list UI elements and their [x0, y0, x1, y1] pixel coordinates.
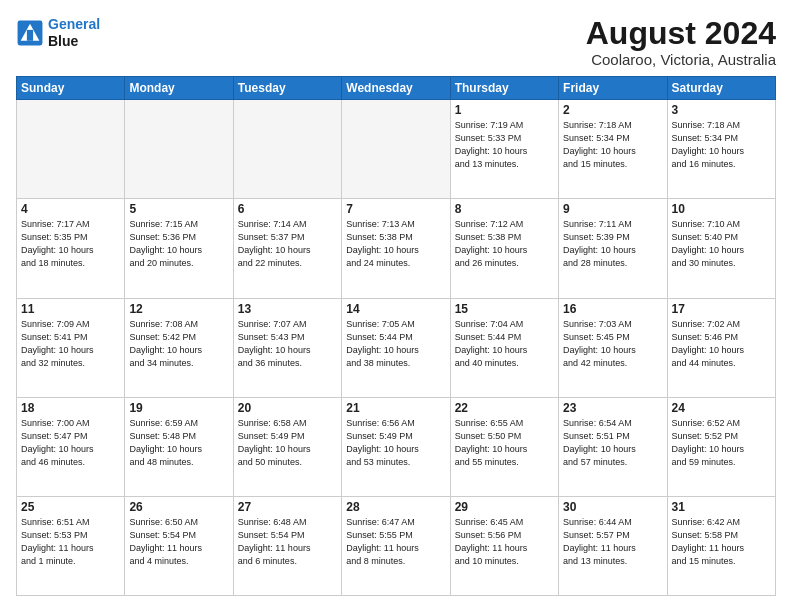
week-row-5: 25Sunrise: 6:51 AM Sunset: 5:53 PM Dayli…: [17, 496, 776, 595]
calendar-cell-w2d1: 5Sunrise: 7:15 AM Sunset: 5:36 PM Daylig…: [125, 199, 233, 298]
day-info: Sunrise: 7:09 AM Sunset: 5:41 PM Dayligh…: [21, 318, 120, 370]
day-number: 24: [672, 401, 771, 415]
calendar-cell-w3d6: 17Sunrise: 7:02 AM Sunset: 5:46 PM Dayli…: [667, 298, 775, 397]
day-info: Sunrise: 6:50 AM Sunset: 5:54 PM Dayligh…: [129, 516, 228, 568]
page: General Blue August 2024 Coolaroo, Victo…: [0, 0, 792, 612]
day-info: Sunrise: 7:18 AM Sunset: 5:34 PM Dayligh…: [672, 119, 771, 171]
day-number: 14: [346, 302, 445, 316]
svg-rect-2: [27, 30, 33, 41]
calendar-cell-w4d2: 20Sunrise: 6:58 AM Sunset: 5:49 PM Dayli…: [233, 397, 341, 496]
header-thursday: Thursday: [450, 77, 558, 100]
day-info: Sunrise: 7:13 AM Sunset: 5:38 PM Dayligh…: [346, 218, 445, 270]
day-info: Sunrise: 6:55 AM Sunset: 5:50 PM Dayligh…: [455, 417, 554, 469]
calendar-cell-w5d4: 29Sunrise: 6:45 AM Sunset: 5:56 PM Dayli…: [450, 496, 558, 595]
calendar-cell-w1d3: [342, 100, 450, 199]
day-info: Sunrise: 6:45 AM Sunset: 5:56 PM Dayligh…: [455, 516, 554, 568]
day-number: 2: [563, 103, 662, 117]
day-info: Sunrise: 6:48 AM Sunset: 5:54 PM Dayligh…: [238, 516, 337, 568]
day-info: Sunrise: 7:14 AM Sunset: 5:37 PM Dayligh…: [238, 218, 337, 270]
day-info: Sunrise: 6:42 AM Sunset: 5:58 PM Dayligh…: [672, 516, 771, 568]
day-info: Sunrise: 6:56 AM Sunset: 5:49 PM Dayligh…: [346, 417, 445, 469]
header-friday: Friday: [559, 77, 667, 100]
day-info: Sunrise: 7:19 AM Sunset: 5:33 PM Dayligh…: [455, 119, 554, 171]
day-info: Sunrise: 6:59 AM Sunset: 5:48 PM Dayligh…: [129, 417, 228, 469]
day-number: 26: [129, 500, 228, 514]
day-info: Sunrise: 7:02 AM Sunset: 5:46 PM Dayligh…: [672, 318, 771, 370]
calendar-cell-w2d5: 9Sunrise: 7:11 AM Sunset: 5:39 PM Daylig…: [559, 199, 667, 298]
calendar-table: Sunday Monday Tuesday Wednesday Thursday…: [16, 76, 776, 596]
day-number: 17: [672, 302, 771, 316]
day-info: Sunrise: 7:03 AM Sunset: 5:45 PM Dayligh…: [563, 318, 662, 370]
day-number: 29: [455, 500, 554, 514]
day-info: Sunrise: 6:54 AM Sunset: 5:51 PM Dayligh…: [563, 417, 662, 469]
day-info: Sunrise: 7:15 AM Sunset: 5:36 PM Dayligh…: [129, 218, 228, 270]
day-number: 5: [129, 202, 228, 216]
calendar-cell-w1d6: 3Sunrise: 7:18 AM Sunset: 5:34 PM Daylig…: [667, 100, 775, 199]
calendar-cell-w5d2: 27Sunrise: 6:48 AM Sunset: 5:54 PM Dayli…: [233, 496, 341, 595]
header: General Blue August 2024 Coolaroo, Victo…: [16, 16, 776, 68]
day-number: 31: [672, 500, 771, 514]
calendar-cell-w3d4: 15Sunrise: 7:04 AM Sunset: 5:44 PM Dayli…: [450, 298, 558, 397]
day-info: Sunrise: 6:58 AM Sunset: 5:49 PM Dayligh…: [238, 417, 337, 469]
header-wednesday: Wednesday: [342, 77, 450, 100]
logo-general: General: [48, 16, 100, 32]
calendar-cell-w4d5: 23Sunrise: 6:54 AM Sunset: 5:51 PM Dayli…: [559, 397, 667, 496]
calendar-cell-w4d0: 18Sunrise: 7:00 AM Sunset: 5:47 PM Dayli…: [17, 397, 125, 496]
header-tuesday: Tuesday: [233, 77, 341, 100]
calendar-cell-w2d6: 10Sunrise: 7:10 AM Sunset: 5:40 PM Dayli…: [667, 199, 775, 298]
main-title: August 2024: [586, 16, 776, 51]
day-number: 30: [563, 500, 662, 514]
calendar-cell-w3d5: 16Sunrise: 7:03 AM Sunset: 5:45 PM Dayli…: [559, 298, 667, 397]
calendar-cell-w2d3: 7Sunrise: 7:13 AM Sunset: 5:38 PM Daylig…: [342, 199, 450, 298]
calendar-cell-w3d1: 12Sunrise: 7:08 AM Sunset: 5:42 PM Dayli…: [125, 298, 233, 397]
logo: General Blue: [16, 16, 100, 50]
calendar-cell-w4d4: 22Sunrise: 6:55 AM Sunset: 5:50 PM Dayli…: [450, 397, 558, 496]
header-saturday: Saturday: [667, 77, 775, 100]
subtitle: Coolaroo, Victoria, Australia: [586, 51, 776, 68]
week-row-2: 4Sunrise: 7:17 AM Sunset: 5:35 PM Daylig…: [17, 199, 776, 298]
calendar-cell-w5d6: 31Sunrise: 6:42 AM Sunset: 5:58 PM Dayli…: [667, 496, 775, 595]
day-number: 4: [21, 202, 120, 216]
calendar-cell-w1d2: [233, 100, 341, 199]
day-number: 7: [346, 202, 445, 216]
day-info: Sunrise: 6:47 AM Sunset: 5:55 PM Dayligh…: [346, 516, 445, 568]
calendar-cell-w1d0: [17, 100, 125, 199]
day-number: 27: [238, 500, 337, 514]
logo-blue: Blue: [48, 33, 100, 50]
day-number: 9: [563, 202, 662, 216]
day-info: Sunrise: 7:18 AM Sunset: 5:34 PM Dayligh…: [563, 119, 662, 171]
calendar-cell-w5d0: 25Sunrise: 6:51 AM Sunset: 5:53 PM Dayli…: [17, 496, 125, 595]
title-block: August 2024 Coolaroo, Victoria, Australi…: [586, 16, 776, 68]
week-row-4: 18Sunrise: 7:00 AM Sunset: 5:47 PM Dayli…: [17, 397, 776, 496]
calendar-cell-w2d4: 8Sunrise: 7:12 AM Sunset: 5:38 PM Daylig…: [450, 199, 558, 298]
day-info: Sunrise: 7:11 AM Sunset: 5:39 PM Dayligh…: [563, 218, 662, 270]
day-number: 8: [455, 202, 554, 216]
day-info: Sunrise: 6:52 AM Sunset: 5:52 PM Dayligh…: [672, 417, 771, 469]
calendar-cell-w4d1: 19Sunrise: 6:59 AM Sunset: 5:48 PM Dayli…: [125, 397, 233, 496]
calendar-cell-w1d1: [125, 100, 233, 199]
day-number: 20: [238, 401, 337, 415]
day-number: 10: [672, 202, 771, 216]
logo-icon: [16, 19, 44, 47]
weekday-header-row: Sunday Monday Tuesday Wednesday Thursday…: [17, 77, 776, 100]
day-number: 11: [21, 302, 120, 316]
day-number: 21: [346, 401, 445, 415]
day-info: Sunrise: 7:08 AM Sunset: 5:42 PM Dayligh…: [129, 318, 228, 370]
calendar-cell-w1d5: 2Sunrise: 7:18 AM Sunset: 5:34 PM Daylig…: [559, 100, 667, 199]
calendar-cell-w5d3: 28Sunrise: 6:47 AM Sunset: 5:55 PM Dayli…: [342, 496, 450, 595]
day-info: Sunrise: 7:17 AM Sunset: 5:35 PM Dayligh…: [21, 218, 120, 270]
calendar-cell-w3d3: 14Sunrise: 7:05 AM Sunset: 5:44 PM Dayli…: [342, 298, 450, 397]
day-info: Sunrise: 7:05 AM Sunset: 5:44 PM Dayligh…: [346, 318, 445, 370]
header-sunday: Sunday: [17, 77, 125, 100]
calendar-cell-w4d3: 21Sunrise: 6:56 AM Sunset: 5:49 PM Dayli…: [342, 397, 450, 496]
day-number: 1: [455, 103, 554, 117]
day-number: 13: [238, 302, 337, 316]
calendar-cell-w3d2: 13Sunrise: 7:07 AM Sunset: 5:43 PM Dayli…: [233, 298, 341, 397]
day-number: 28: [346, 500, 445, 514]
day-info: Sunrise: 7:00 AM Sunset: 5:47 PM Dayligh…: [21, 417, 120, 469]
day-number: 18: [21, 401, 120, 415]
day-number: 25: [21, 500, 120, 514]
day-number: 23: [563, 401, 662, 415]
day-number: 6: [238, 202, 337, 216]
day-info: Sunrise: 7:10 AM Sunset: 5:40 PM Dayligh…: [672, 218, 771, 270]
